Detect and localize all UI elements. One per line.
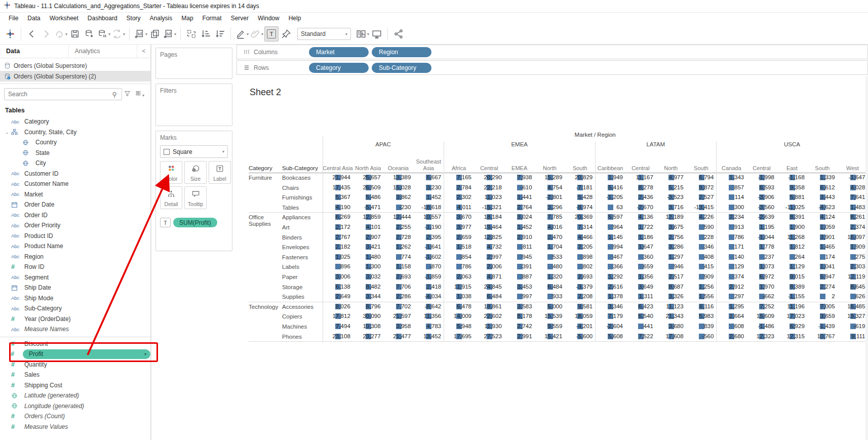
profit-cell[interactable]: 933 [535, 292, 565, 302]
field-customer-name[interactable]: AbcCustomer Name [0, 179, 150, 189]
profit-cell[interactable]: 171 [716, 242, 746, 252]
profit-cell[interactable]: 4,732 [474, 242, 504, 252]
filter-funnel-icon[interactable] [124, 90, 131, 98]
back-icon[interactable] [25, 27, 38, 41]
subcategory-row-header[interactable]: Supplies [282, 294, 304, 300]
profit-cell[interactable]: 23,277 [353, 332, 383, 342]
profit-cell[interactable]: 2,649 [323, 292, 353, 302]
new-worksheet-icon[interactable]: ▾ [134, 27, 147, 41]
profit-cell[interactable]: 15,289 [535, 173, 565, 183]
profit-cell[interactable]: 5,416 [595, 183, 625, 193]
profit-cell[interactable]: 1,158 [383, 262, 414, 272]
field-orders-count[interactable]: #Orders (Count) [0, 411, 150, 422]
pause-updates-icon[interactable]: ▾ [97, 27, 110, 41]
pill-sub-category[interactable]: Sub-Category [372, 63, 431, 73]
profit-cell[interactable]: 5,367 [323, 192, 353, 203]
profit-cell[interactable]: 1,909 [838, 242, 868, 252]
profit-cell[interactable]: 6,540 [625, 311, 656, 322]
profit-cell[interactable]: 1,025 [323, 252, 353, 262]
profit-cell[interactable]: 27,523 [474, 332, 504, 342]
profit-cell[interactable]: -1,155 [777, 292, 807, 302]
profit-cell[interactable]: -3,560 [746, 203, 777, 213]
profit-cell[interactable]: 391 [504, 262, 535, 272]
profit-cell[interactable]: 896 [323, 262, 353, 272]
profit-cell[interactable]: 2,997 [474, 252, 504, 262]
profit-cell[interactable]: -1,859 [413, 272, 444, 282]
profit-cell[interactable]: 11,915 [444, 282, 474, 292]
profit-cell[interactable]: 2,693 [565, 272, 595, 282]
profit-cell[interactable]: 6,138 [323, 282, 353, 292]
profit-cell[interactable]: 140 [716, 252, 746, 262]
profit-cell[interactable]: 1,704 [535, 242, 565, 252]
profit-cell[interactable]: -1,168 [777, 173, 807, 183]
region-header[interactable]: Africa [444, 151, 474, 171]
profit-cell[interactable]: 3,453 [504, 282, 535, 292]
subcategory-row-header[interactable]: Fasteners [282, 254, 308, 260]
profit-cell[interactable]: -15,321 [474, 203, 504, 213]
profit-cell[interactable]: 3,977 [444, 222, 474, 232]
profit-cell[interactable]: 5,428 [565, 192, 595, 203]
profit-cell[interactable]: 945 [504, 252, 535, 262]
profit-cell[interactable]: 3,649 [625, 282, 656, 292]
menu-map[interactable]: Map [177, 14, 198, 23]
profit-cell[interactable]: 6,423 [625, 302, 656, 312]
profit-cell[interactable]: 3,344 [353, 292, 383, 302]
duplicate-sheet-icon[interactable] [148, 27, 162, 41]
region-header[interactable]: Central [746, 151, 777, 171]
field-quantity[interactable]: #Quantity [0, 359, 150, 370]
vertical-scrollbar[interactable] [865, 76, 868, 440]
subcategory-row-header[interactable]: Phones [282, 334, 302, 340]
subcategory-row-header[interactable]: Appliances [282, 214, 310, 220]
profit-cell[interactable]: -619 [838, 322, 868, 332]
profit-cell[interactable]: 8,026 [323, 302, 353, 312]
profit-cell[interactable]: 909 [686, 272, 717, 282]
profit-cell[interactable]: 2,255 [383, 222, 414, 232]
profit-cell[interactable]: -1,439 [807, 322, 838, 332]
profit-cell[interactable]: 3,958 [383, 322, 414, 332]
profit-cell[interactable]: 13,389 [383, 173, 414, 183]
field-row-id[interactable]: #Row ID [0, 262, 150, 272]
profit-cell[interactable]: 20,829 [565, 173, 595, 183]
profit-cell[interactable]: 2,693 [383, 272, 414, 282]
profit-cell[interactable]: 114 [716, 192, 746, 203]
profit-cell[interactable]: 1,812 [777, 242, 807, 252]
profit-cell[interactable]: 786 [716, 232, 746, 243]
profit-cell[interactable]: 7,785 [535, 212, 565, 222]
profit-cell[interactable]: 22,602 [474, 311, 504, 322]
share-icon[interactable] [392, 27, 405, 41]
profit-cell[interactable]: 18,861 [474, 302, 504, 312]
profit-cell[interactable]: 4,871 [474, 272, 504, 282]
profit-cell[interactable]: 129 [716, 262, 746, 272]
profit-cell[interactable]: 3,230 [413, 183, 444, 193]
subcategory-row-header[interactable]: Envelopes [282, 244, 309, 250]
profit-cell[interactable]: -11,025 [777, 203, 807, 213]
subcategory-row-header[interactable]: Storage [282, 284, 302, 290]
profit-cell[interactable]: 6,484 [535, 282, 565, 292]
profit-cell[interactable]: 15,609 [746, 311, 777, 322]
expander-icon[interactable]: ⌄ [5, 130, 11, 135]
profit-cell[interactable]: 11,196 [777, 302, 807, 312]
detail-mark-button[interactable]: Detail [160, 186, 182, 209]
menu-dashboard[interactable]: Dashboard [83, 14, 122, 23]
profit-cell[interactable]: 2,274 [807, 282, 838, 292]
profit-cell[interactable]: -1,044 [746, 232, 777, 243]
profit-cell[interactable]: 2,303 [838, 262, 868, 272]
size-mark-button[interactable]: Size [184, 161, 207, 184]
profit-cell[interactable]: 17,435 [323, 183, 353, 193]
profit-cell[interactable]: 7,314 [565, 222, 595, 232]
field-latitude-generated[interactable]: Latitude (generated) [0, 390, 150, 401]
profit-cell[interactable]: 12,444 [383, 212, 414, 222]
profit-cell[interactable]: 2,436 [625, 192, 656, 203]
profit-cell[interactable]: 8,645 [838, 282, 868, 292]
profit-cell[interactable]: 441 [625, 322, 656, 332]
profit-cell[interactable]: 4,011 [444, 203, 474, 213]
profit-cell[interactable]: 4,466 [565, 232, 595, 243]
profit-cell[interactable]: -230 [383, 203, 414, 213]
profit-cell[interactable]: 2,517 [656, 272, 686, 282]
profit-cell[interactable]: -8,974 [565, 203, 595, 213]
profit-cell[interactable]: 2,912 [716, 282, 746, 292]
region-header[interactable]: South [686, 151, 717, 171]
region-header[interactable]: North [535, 151, 565, 171]
profit-cell[interactable]: 174 [807, 252, 838, 262]
category-row-header[interactable]: Furniture [249, 175, 280, 181]
